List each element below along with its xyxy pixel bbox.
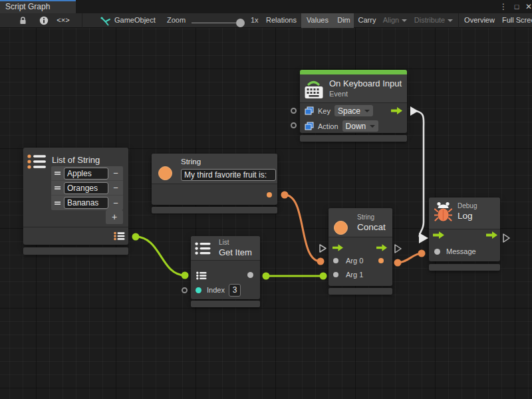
string-type-icon [334,221,348,235]
list-icon [195,241,211,256]
list-item-row: Bananas − [51,196,123,210]
node-string-literal[interactable]: String My third favorite fruit is: [152,154,277,205]
lock-button[interactable] [15,13,31,28]
info-button[interactable] [36,13,52,28]
info-icon [36,16,52,25]
drag-handle-icon[interactable] [51,186,64,190]
distribute-dropdown[interactable]: Distribute [410,13,458,28]
string-output-port[interactable] [267,192,272,198]
action-value-dropdown[interactable]: Down [342,120,379,132]
string-value-field[interactable]: My third favorite fruit is: [181,169,276,181]
add-item-button[interactable]: + [106,210,123,224]
carry-button[interactable]: Carry [354,13,380,28]
arg0-input-port[interactable] [333,258,338,263]
node-title: On Keyboard Input [329,78,402,88]
action-port-label: Action [318,122,338,130]
node-title: Concat [357,222,386,232]
chevron-down-icon [364,110,370,112]
control-input-port[interactable] [433,231,444,239]
action-input-port[interactable] [291,122,297,128]
list-item-field[interactable]: Oranges [64,182,108,194]
gameobject-icon [100,13,112,28]
key-input-port[interactable] [291,108,297,114]
chevron-down-icon [370,125,375,128]
dropdown-variable-icon [305,122,314,130]
list-item-field[interactable]: Bananas [64,197,108,209]
result-output-port[interactable] [378,258,384,263]
key-port-label: Key [318,107,331,115]
node-divider [23,227,128,227]
node-header: Debug Log [429,198,500,229]
node-header: On Keyboard Input Event [300,74,407,103]
zoom-slider-handle[interactable] [236,19,245,27]
bug-icon [434,201,452,223]
index-port-label: Index [207,286,225,294]
overview-button[interactable]: Overview [460,13,499,28]
list-input-port[interactable] [196,271,207,280]
values-button[interactable]: Values [301,13,334,28]
node-category: String [357,213,374,221]
remove-item-button[interactable]: − [108,198,123,208]
node-on-keyboard-input[interactable]: On Keyboard Input Event Key Space [300,70,407,133]
node-footer [23,247,128,255]
control-output-port[interactable] [376,244,387,251]
event-accent-bar [300,70,407,74]
key-value-dropdown[interactable]: Space [334,105,373,116]
index-value-field[interactable]: 3 [229,284,241,297]
window-close-icon[interactable]: ✕ [523,0,532,13]
list-item-row: Apples − [51,166,123,181]
window-maximize-icon[interactable]: □ [511,0,523,13]
edit-source-button[interactable]: <×> [54,13,72,28]
node-category: List [219,239,229,246]
node-subtitle: Event [329,90,348,98]
gameobject-button[interactable]: GameObject [114,13,156,28]
node-get-item[interactable]: List Get Item Index 3 [191,236,260,299]
relations-button[interactable]: Relations [261,13,301,28]
node-debug-log[interactable]: Debug Log Message [429,198,500,261]
tab-script-graph[interactable]: Script Graph [0,0,76,13]
graph-toolbar: <×> GameObject Zoom 1x Relations Values … [0,13,532,28]
control-input-port[interactable] [332,244,343,251]
control-output-port[interactable] [486,231,497,239]
message-input-port[interactable] [434,249,440,255]
remove-item-button[interactable]: − [108,183,123,193]
index-input-port[interactable] [196,287,201,293]
index-wire-port[interactable] [182,287,188,293]
node-title: String [181,158,201,166]
node-string-concat[interactable]: String Concat Arg 0 Arg 1 [329,208,392,286]
window-menu-icon[interactable]: ⋮ [497,0,509,13]
zoom-slider-track[interactable] [192,23,239,23]
fullscreen-button[interactable]: Full Screen [499,13,532,28]
control-output-port[interactable] [391,107,402,114]
zoom-label: Zoom [167,13,186,28]
list-item-field[interactable]: Apples [64,168,108,180]
zoom-value: 1x [251,13,259,28]
remove-item-button[interactable]: − [108,168,123,178]
node-header: String Concat [329,208,392,237]
align-dropdown[interactable]: Align [380,13,410,28]
lock-icon [15,16,31,25]
drag-handle-icon[interactable] [51,201,64,205]
node-list-of-string[interactable]: List of String Apples − Oranges − Banana… [23,148,128,245]
node-title: Log [458,211,473,221]
chevron-down-icon [448,19,453,22]
arg1-input-port[interactable] [333,272,338,277]
dropdown-variable-icon [305,106,314,115]
chevron-down-icon [402,19,407,22]
arg1-port-label: Arg 1 [346,271,363,279]
title-bar: Script Graph ⋮ □ ✕ [0,0,532,13]
arg0-port-label: Arg 0 [346,257,363,265]
drag-handle-icon[interactable] [51,172,64,175]
node-footer [152,207,277,213]
node-footer [300,135,407,142]
node-header: List Get Item [191,236,260,261]
string-type-icon [158,166,172,180]
dim-button[interactable]: Dim [334,13,354,28]
node-footer [329,288,392,295]
message-port-label: Message [446,247,476,255]
list-items-panel: Apples − Oranges − Bananas − [51,166,123,210]
toolbar-separator [458,13,459,28]
node-footer [191,301,260,307]
item-output-port[interactable] [247,272,253,278]
list-output-port[interactable] [114,231,125,241]
